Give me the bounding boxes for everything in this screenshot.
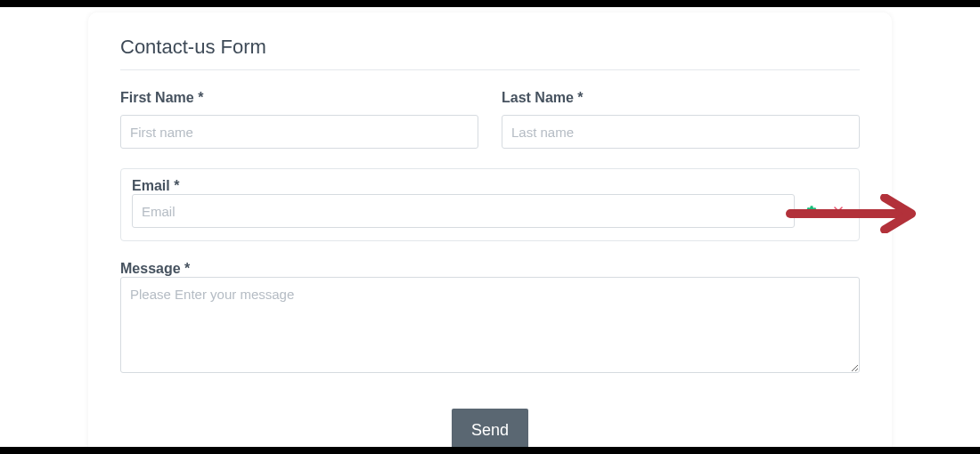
remove-field-button[interactable] xyxy=(829,201,848,221)
settings-icon[interactable] xyxy=(802,201,821,221)
page-wrapper: Contact-us Form First Name * Last Name *… xyxy=(0,7,980,454)
contact-form-panel: Contact-us Form First Name * Last Name *… xyxy=(88,12,892,454)
email-label: Email * xyxy=(132,178,179,193)
email-input[interactable] xyxy=(132,194,795,228)
send-button[interactable]: Send xyxy=(452,409,528,452)
message-group: Message * xyxy=(120,261,860,377)
close-icon xyxy=(833,206,844,216)
message-textarea[interactable] xyxy=(120,277,860,373)
email-group[interactable]: Email * xyxy=(120,168,860,241)
first-name-label: First Name * xyxy=(120,90,478,106)
message-label: Message * xyxy=(120,261,190,276)
first-name-input[interactable] xyxy=(120,115,478,149)
window-top-bar xyxy=(0,0,980,7)
gear-icon xyxy=(805,205,818,217)
last-name-group: Last Name * xyxy=(502,90,860,149)
form-title: Contact-us Form xyxy=(120,36,860,70)
window-bottom-bar xyxy=(0,447,980,454)
email-row xyxy=(132,194,848,228)
last-name-label: Last Name * xyxy=(502,90,860,106)
last-name-input[interactable] xyxy=(502,115,860,149)
first-name-group: First Name * xyxy=(120,90,478,149)
submit-row: Send xyxy=(120,409,860,452)
name-row: First Name * Last Name * xyxy=(120,90,860,149)
